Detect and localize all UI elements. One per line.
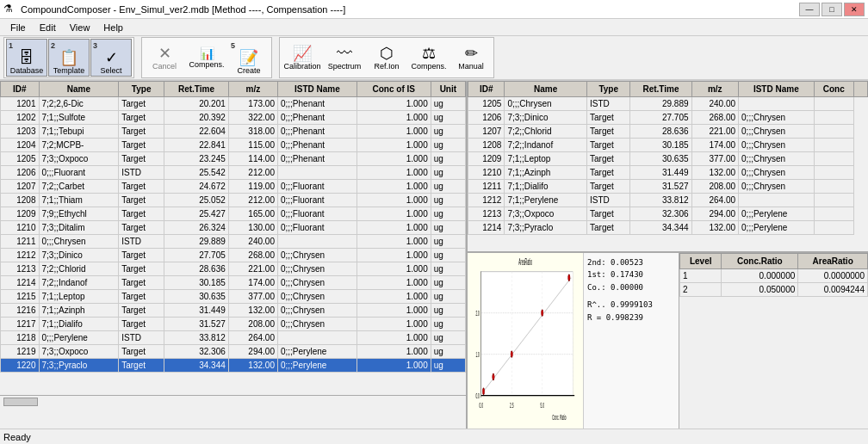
left-table-cell <box>277 331 356 345</box>
left-table-row[interactable]: 12207;3;;PyracloTarget34.344132.000;;;Pe… <box>1 359 466 373</box>
right-table-row[interactable]: 12067;3;;DinicoTarget27.705268.000;;;Chr… <box>468 111 868 125</box>
compens2-button[interactable]: ⚖ Compens. <box>408 39 450 77</box>
col-header-type: Type <box>119 82 164 97</box>
refion-button[interactable]: ⬡ Ref.Ion <box>366 39 407 77</box>
left-table-row[interactable]: 12167;1;;AzinphTarget31.449132.000;;;Chr… <box>1 304 466 318</box>
left-table-row[interactable]: 12060;;;FluorantISTD25.542212.001.000ug <box>1 166 466 180</box>
left-table-cell: Target <box>119 345 164 359</box>
left-table-cell: Target <box>119 139 164 152</box>
left-table-row[interactable]: 12137;2;;ChloridTarget28.636221.000;;;Ch… <box>1 262 466 276</box>
left-table-cell: 1209 <box>1 207 40 221</box>
close-button[interactable]: ✕ <box>844 3 865 16</box>
left-table-cell: 1.000 <box>356 304 431 318</box>
maximize-button[interactable]: □ <box>822 3 842 16</box>
right-table-cell: 7;1;;Perylene <box>505 194 587 207</box>
minimize-button[interactable]: — <box>799 3 820 16</box>
left-table-cell: ug <box>431 139 465 152</box>
spectrum-button[interactable]: 〰 Spectrum <box>324 39 365 77</box>
right-table-scroll[interactable]: ID# Name Type Ret.Time m/z ISTD Name Con… <box>468 81 868 251</box>
right-table-row[interactable]: 12117;1;;DialifoTarget31.527208.000;;;Ch… <box>468 180 868 194</box>
left-table-cell: 7;2;;Indanof <box>39 276 119 290</box>
right-table-row[interactable]: 12050;;;ChrysenISTD29.889240.00 <box>468 97 868 111</box>
right-table-cell: 7;1;;Azinph <box>505 166 587 180</box>
create-button[interactable]: 5 📝 Create <box>228 39 270 77</box>
template-button[interactable]: 2 📋 Template <box>48 39 90 77</box>
left-table-cell: 1208 <box>1 194 40 207</box>
left-table-row[interactable]: 12037;1;;TebupiTarget22.604318.000;;;Phe… <box>1 125 466 139</box>
right-table-row[interactable]: 12077;2;;ChloridTarget28.636221.000;;;Ch… <box>468 125 868 139</box>
left-table-cell: 29.889 <box>164 235 229 249</box>
cancel-button[interactable]: ✕ Cancel <box>144 39 185 77</box>
left-table-row[interactable]: 12057;3;;OxpocoTarget23.245114.000;;;Phe… <box>1 152 466 166</box>
left-table-cell: 1207 <box>1 180 40 194</box>
manual-button[interactable]: ✏ Manual <box>450 39 492 77</box>
database-button[interactable]: 1 🗄 Database <box>6 39 47 77</box>
left-table-cell: 26.324 <box>164 221 229 235</box>
compens-button[interactable]: 📊 Compens. <box>186 39 227 77</box>
left-table-row[interactable]: 12107;3;;DitalimTarget26.324130.000;;;Fl… <box>1 221 466 235</box>
left-table-cell: 27.705 <box>164 249 229 262</box>
right-table-row[interactable]: 12127;1;;PeryleneISTD33.812264.00 <box>468 194 868 207</box>
left-table-row[interactable]: 12047;2;MCPB-Target22.841115.000;;;Phena… <box>1 139 466 152</box>
left-table-cell: Target <box>119 125 164 139</box>
left-table-cell: 1.000 <box>356 276 431 290</box>
left-table-row[interactable]: 12127;3;;DinicoTarget27.705268.000;;;Chr… <box>1 249 466 262</box>
bottom-table-row[interactable]: 10.0000000.0000000 <box>680 269 868 283</box>
left-table-row[interactable]: 12147;2;;IndanofTarget30.185174.000;;;Ch… <box>1 276 466 290</box>
left-table-cell: 1219 <box>1 345 40 359</box>
left-table-cell: 119.00 <box>228 180 277 194</box>
right-table-row[interactable]: 12097;1;;LeptopTarget30.635377.000;;;Chr… <box>468 152 868 166</box>
left-table-cell: 0;;;Chrysen <box>277 318 356 331</box>
menu-edit[interactable]: Edit <box>33 22 63 34</box>
right-table-row[interactable]: 12137;3;;OxpocoTarget32.306294.000;;;Per… <box>468 207 868 221</box>
right-top: ID# Name Type Ret.Time m/z ISTD Name Con… <box>468 81 868 253</box>
right-table-cell <box>814 180 853 194</box>
left-table-row[interactable]: 12097;9;;EthychlTarget25.427165.000;;;Fl… <box>1 207 466 221</box>
right-table-cell: Target <box>586 166 629 180</box>
left-table-cell: 23.245 <box>164 152 229 166</box>
left-table-cell: 0;;;Perylene <box>277 345 356 359</box>
left-table-row[interactable]: 12180;;;PeryleneISTD33.812264.001.000ug <box>1 331 466 345</box>
rcol-scroll <box>854 82 868 97</box>
left-table: ID# Name Type Ret.Time m/z ISTD Name Con… <box>0 81 466 373</box>
bottom-table-area[interactable]: Level Conc.Ratio AreaRatio 10.0000000.00… <box>679 253 868 429</box>
left-table-cell: 7;1;;Thiam <box>39 194 119 207</box>
menu-view[interactable]: View <box>63 22 97 34</box>
left-table-row[interactable]: 12087;1;;ThiamTarget25.052212.000;;;Fluo… <box>1 194 466 207</box>
left-table-cell: 25.052 <box>164 194 229 207</box>
right-table-cell: 7;2;;Indanof <box>505 139 587 152</box>
left-table-cell: 1.000 <box>356 359 431 373</box>
right-table-row[interactable]: 12107;1;;AzinphTarget31.449132.000;;;Chr… <box>468 166 868 180</box>
menu-bar: File Edit View Help <box>0 19 868 36</box>
menu-file[interactable]: File <box>3 22 33 34</box>
left-table-row[interactable]: 12017;2;2,6-DicTarget20.201173.000;;;Phe… <box>1 97 466 111</box>
menu-help[interactable]: Help <box>96 22 130 34</box>
left-table-row[interactable]: 12177;1;;DialifoTarget31.527208.000;;;Ch… <box>1 318 466 331</box>
toolbar-group-1: 1 🗄 Database 2 📋 Template 3 ✓ Select <box>3 37 134 78</box>
right-table-row[interactable]: 12147;3;;PyracloTarget34.344132.000;;;Pe… <box>468 221 868 235</box>
left-table-row[interactable]: 12077;2;;CarbetTarget24.672119.000;;;Flu… <box>1 180 466 194</box>
left-table-row[interactable]: 12197;3;;OxpocoTarget32.306294.000;;;Per… <box>1 345 466 359</box>
left-table-cell: 33.812 <box>164 331 229 345</box>
left-hscroll-thumb[interactable] <box>3 398 38 406</box>
right-table-cell: 7;3;;Pyraclo <box>505 221 587 235</box>
left-table-cell: 7;1;;Leptop <box>39 290 119 304</box>
right-table-cell: Target <box>586 180 629 194</box>
left-table-row[interactable]: 12110;;;ChrysenISTD29.889240.001.000ug <box>1 235 466 249</box>
rcol-mz: m/z <box>691 82 739 97</box>
left-hscroll[interactable] <box>0 395 466 407</box>
left-table-cell: 7;1;;Dialifo <box>39 318 119 331</box>
status-text: Ready <box>3 432 31 442</box>
left-table-scroll[interactable]: ID# Name Type Ret.Time m/z ISTD Name Con… <box>0 81 466 395</box>
window-controls[interactable]: — □ ✕ <box>799 3 865 16</box>
left-table-cell: 1215 <box>1 290 40 304</box>
left-table-cell: 208.00 <box>228 318 277 331</box>
select-button[interactable]: 3 ✓ Select <box>90 39 132 77</box>
left-table-cell: Target <box>119 304 164 318</box>
left-table-row[interactable]: 12157;1;;LeptopTarget30.635377.000;;;Chr… <box>1 290 466 304</box>
stat-r2: R^.. 0.9999103 <box>587 299 675 311</box>
left-table-row[interactable]: 12027;1;;SulfoteTarget20.392322.000;;;Ph… <box>1 111 466 125</box>
calibration-button[interactable]: 📈 Calibration <box>282 39 323 77</box>
right-table-row[interactable]: 12087;2;;IndanofTarget30.185174.000;;;Ch… <box>468 139 868 152</box>
bottom-table-row[interactable]: 20.0500000.0094244 <box>680 283 868 297</box>
